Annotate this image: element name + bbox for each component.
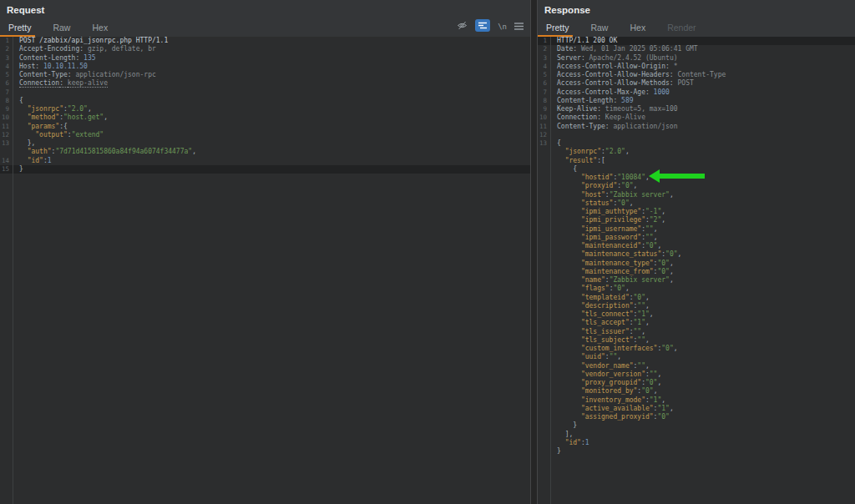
code-segment: , xyxy=(625,148,630,155)
code-line[interactable]: "maintenanceid":"0", xyxy=(538,242,855,250)
code-segment: "0" xyxy=(657,260,669,267)
code-line[interactable]: 1HTTP/1.1 200 OK xyxy=(538,37,855,45)
code-line[interactable]: "custom_interfaces":"0", xyxy=(538,345,855,353)
code-text: { xyxy=(13,97,23,105)
code-line[interactable]: "tls_issuer":"", xyxy=(538,328,855,336)
code-text: "maintenance_type":"0", xyxy=(550,260,674,268)
line-number: 1 xyxy=(538,37,550,45)
code-line[interactable]: 10Connection: Keep-Alive xyxy=(538,113,855,122)
code-line[interactable]: 5Access-Control-Allow-Headers: Content-T… xyxy=(538,71,855,79)
code-segment: , xyxy=(645,319,650,326)
code-line[interactable]: 6Connection: keep-alive xyxy=(0,79,530,88)
response-editor[interactable]: 1HTTP/1.1 200 OK2Date: Wed, 01 Jan 2025 … xyxy=(538,37,855,504)
code-line[interactable]: "assigned_proxyid":"0" xyxy=(538,413,855,421)
code-line[interactable]: "host":"Zabbix server", xyxy=(538,191,855,199)
code-line[interactable]: ], xyxy=(538,431,855,439)
code-line[interactable]: "description":"", xyxy=(538,302,855,310)
code-line[interactable]: "monitored_by":"0", xyxy=(538,387,855,396)
code-line[interactable]: "status":"0", xyxy=(538,199,855,208)
code-line[interactable]: } xyxy=(538,421,855,430)
code-line[interactable]: "id":1 xyxy=(538,439,855,447)
code-segment: , xyxy=(104,113,108,121)
code-line[interactable]: 9Keep-Alive: timeout=5, max=100 xyxy=(538,105,855,113)
code-line[interactable]: 10 "method":"host.get", xyxy=(0,113,530,122)
code-text: "flags":"0", xyxy=(550,285,630,293)
code-line[interactable]: 5Content-Type: application/json-rpc xyxy=(0,71,530,79)
code-text: "maintenance_status":"0", xyxy=(550,250,681,259)
line-number: 2 xyxy=(0,45,13,53)
tab-pretty[interactable]: Pretty xyxy=(546,23,569,33)
code-text: "vendor_name":"", xyxy=(550,362,650,370)
code-line[interactable]: "vendor_version":"", xyxy=(538,370,855,379)
code-segment xyxy=(19,157,28,164)
code-line[interactable]: "tls_subject":"", xyxy=(538,336,855,345)
code-line[interactable]: "vendor_name":"", xyxy=(538,362,855,370)
tab-raw[interactable]: Raw xyxy=(590,23,608,33)
code-line[interactable]: 7Access-Control-Max-Age: 1000 xyxy=(538,88,855,97)
code-line[interactable]: "ipmi_username":"", xyxy=(538,225,855,234)
code-segment: application/json-rpc xyxy=(75,71,155,78)
code-line[interactable]: "inventory_mode":"1", xyxy=(538,396,855,405)
code-line[interactable]: "name":"Zabbix server", xyxy=(538,276,855,285)
code-line[interactable]: "tls_accept":"1", xyxy=(538,319,855,327)
code-line[interactable]: "ipmi_privilege":"2", xyxy=(538,216,855,224)
code-line[interactable]: "jsonrpc":"2.0", xyxy=(538,148,855,156)
code-line[interactable]: "uuid":"", xyxy=(538,353,855,361)
code-line[interactable]: 3Content-Length: 135 xyxy=(0,54,530,63)
code-line[interactable]: "active_available":"1", xyxy=(538,405,855,413)
code-line[interactable]: 13{ xyxy=(538,139,855,148)
code-segment xyxy=(557,276,581,284)
code-line[interactable]: "templateid":"0", xyxy=(538,294,855,302)
code-line[interactable]: 4Host: 10.10.11.50 xyxy=(0,63,530,71)
code-text: ], xyxy=(550,431,573,439)
code-line[interactable]: 2Date: Wed, 01 Jan 2025 05:06:41 GMT xyxy=(538,45,855,53)
code-line[interactable]: } xyxy=(538,447,855,456)
code-line[interactable]: "proxyid":"0", xyxy=(538,182,855,190)
code-line[interactable]: "maintenance_from":"0", xyxy=(538,268,855,276)
code-line[interactable]: 11 "params":{ xyxy=(0,123,530,131)
code-line[interactable]: "flags":"0", xyxy=(538,285,855,293)
code-line[interactable]: 13 }, xyxy=(0,139,530,148)
menu-icon[interactable] xyxy=(514,19,524,34)
code-line[interactable]: 6Access-Control-Allow-Methods: POST xyxy=(538,79,855,88)
code-segment xyxy=(557,370,581,378)
tab-pretty[interactable]: Pretty xyxy=(8,23,31,33)
request-editor[interactable]: 1POST /zabbix/api_jsonrpc.php HTTP/1.12A… xyxy=(0,37,530,504)
code-line[interactable]: "proxy_groupid":"0", xyxy=(538,379,855,387)
tab-hex[interactable]: Hex xyxy=(92,23,108,33)
code-segment: Content-Length xyxy=(19,54,75,62)
code-line[interactable]: 8{ xyxy=(0,97,530,105)
code-line[interactable]: 1POST /zabbix/api_jsonrpc.php HTTP/1.1 xyxy=(0,37,530,45)
code-line[interactable]: 2Accept-Encoding: gzip, deflate, br xyxy=(0,45,530,53)
code-text: "description":"", xyxy=(550,302,650,310)
code-line[interactable]: 14 "id":1 xyxy=(0,157,530,165)
code-line[interactable]: 8Content-Length: 589 xyxy=(538,97,855,105)
code-line[interactable]: 12 "output":"extend" xyxy=(0,131,530,139)
code-line[interactable]: 7 xyxy=(0,88,530,97)
code-line[interactable]: "ipmi_authtype":"-1", xyxy=(538,208,855,216)
code-segment: "jsonrpc" xyxy=(565,148,601,155)
tab-raw[interactable]: Raw xyxy=(53,23,70,33)
newline-icon[interactable]: \n xyxy=(498,23,507,31)
code-line[interactable]: "result":[ xyxy=(538,157,855,165)
code-line[interactable]: 11Content-Type: application/json xyxy=(538,123,855,131)
code-segment xyxy=(557,294,581,301)
code-line[interactable]: "tls_connect":"1", xyxy=(538,310,855,319)
code-line[interactable]: 9 "jsonrpc":"2.0", xyxy=(0,105,530,113)
code-segment: "active_available" xyxy=(581,405,654,412)
eye-hidden-icon[interactable] xyxy=(457,19,468,34)
code-line[interactable]: 12 xyxy=(538,131,855,139)
hostid-annotation-arrow xyxy=(649,169,706,183)
code-line[interactable]: "auth":"7d71d415815860a84f94a6074f34477a… xyxy=(0,148,530,156)
tab-hex[interactable]: Hex xyxy=(630,23,645,33)
code-line[interactable]: 15} xyxy=(0,165,530,174)
prettify-icon[interactable] xyxy=(475,19,490,35)
panel-divider[interactable] xyxy=(531,0,537,504)
code-line[interactable]: "ipmi_password":"", xyxy=(538,234,855,242)
code-segment: , xyxy=(670,276,674,284)
code-line[interactable]: 4Access-Control-Allow-Origin: * xyxy=(538,63,855,71)
code-line[interactable]: "maintenance_status":"0", xyxy=(538,250,855,259)
code-line[interactable]: 3Server: Apache/2.4.52 (Ubuntu) xyxy=(538,54,855,63)
code-segment: gzip, deflate, br xyxy=(88,45,156,53)
code-line[interactable]: "maintenance_type":"0", xyxy=(538,260,855,268)
